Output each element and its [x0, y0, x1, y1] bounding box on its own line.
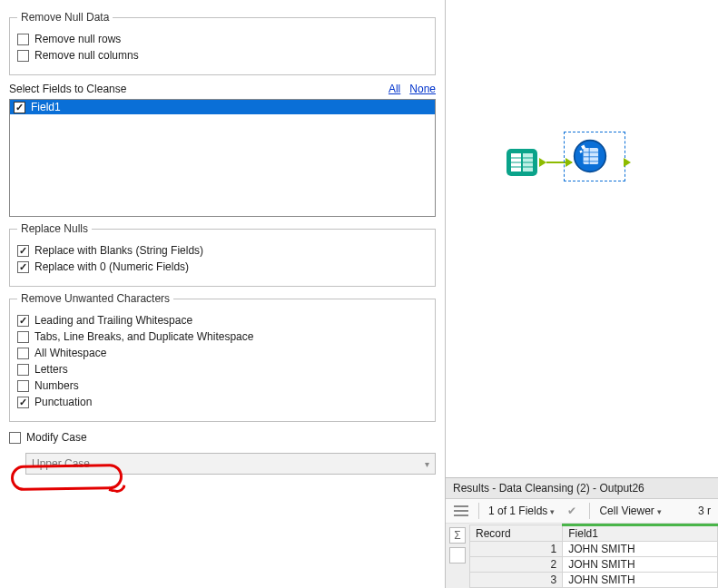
annotation-highlight-tail [108, 483, 125, 495]
punct-label: Punctuation [34, 396, 92, 408]
remove-null-cols-label: Remove null columns [34, 49, 139, 62]
svg-rect-16 [454, 510, 468, 512]
svg-rect-17 [454, 514, 468, 516]
row-selector[interactable] [449, 547, 466, 564]
results-table[interactable]: Record Field1 1 JOHN SMITH 2 JOHN SMITH [469, 524, 718, 588]
hamburger-icon[interactable] [453, 503, 469, 519]
table-row[interactable]: 2 JOHN SMITH [470, 557, 718, 573]
results-title: Results - Data Cleansing (2) - Output26 [446, 478, 718, 499]
remove-null-legend: Remove Null Data [17, 11, 113, 24]
modify-case-checkbox[interactable] [9, 432, 21, 444]
modify-case-value: Upper Case [32, 457, 90, 470]
remove-null-group: Remove Null Data Remove null rows Remove… [9, 11, 436, 75]
data-cleansing-node[interactable] [573, 139, 607, 173]
sigma-icon[interactable]: Σ [449, 527, 466, 544]
field-name: Field1 [31, 101, 61, 113]
results-gutter: Σ [446, 524, 469, 588]
results-toolbar: 1 of 1 Fields▾ ✔ Cell Viewer▾ 3 r [446, 499, 718, 524]
col-field1[interactable]: Field1 [563, 525, 718, 542]
output-port[interactable] [539, 158, 546, 167]
svg-rect-8 [584, 148, 599, 164]
dupws-label: Tabs, Line Breaks, and Duplicate Whitesp… [34, 330, 253, 343]
replace-nulls-legend: Replace Nulls [17, 222, 92, 235]
replace-zeros-label: Replace with 0 (Numeric Fields) [34, 260, 189, 273]
letters-label: Letters [34, 363, 68, 376]
select-none-link[interactable]: None [409, 83, 436, 95]
numbers-label: Numbers [34, 379, 79, 392]
trim-checkbox[interactable] [17, 315, 29, 327]
fields-summary[interactable]: 1 of 1 Fields▾ [488, 505, 555, 517]
select-fields-label: Select Fields to Cleanse [9, 83, 389, 97]
table-row[interactable]: 3 JOHN SMITH [470, 573, 718, 588]
separator [589, 503, 590, 519]
numbers-checkbox[interactable] [17, 380, 29, 392]
config-pane: Remove Null Data Remove null rows Remove… [0, 0, 446, 588]
field-checkbox[interactable] [14, 102, 25, 113]
output-port-2[interactable] [624, 158, 631, 167]
table-row[interactable]: 1 JOHN SMITH [470, 542, 718, 557]
remove-null-rows-checkbox[interactable] [17, 34, 29, 45]
allws-checkbox[interactable] [17, 348, 29, 359]
cell-viewer-toggle[interactable]: Cell Viewer▾ [599, 505, 661, 517]
trim-label: Leading and Trailing Whitespace [34, 314, 192, 327]
remove-null-rows-label: Remove null rows [34, 33, 121, 45]
replace-nulls-group: Replace Nulls Replace with Blanks (Strin… [9, 222, 436, 287]
modify-case-select[interactable]: Upper Case ▾ [25, 453, 436, 475]
replace-zeros-checkbox[interactable] [17, 261, 29, 273]
select-all-link[interactable]: All [389, 83, 400, 95]
field-row[interactable]: Field1 [10, 100, 435, 114]
modify-case-label: Modify Case [26, 431, 87, 444]
punct-checkbox[interactable] [17, 397, 29, 408]
record-count: 3 r [698, 505, 711, 517]
separator [478, 503, 479, 519]
remove-chars-legend: Remove Unwanted Characters [17, 292, 173, 305]
text-input-icon [505, 145, 539, 180]
field-list[interactable]: Field1 [9, 99, 436, 217]
col-record[interactable]: Record [470, 525, 563, 542]
letters-checkbox[interactable] [17, 364, 29, 376]
dupws-checkbox[interactable] [17, 331, 29, 343]
svg-rect-15 [454, 505, 468, 507]
chevron-down-icon: ▾ [425, 459, 429, 469]
cleansing-icon [573, 135, 607, 177]
workflow-canvas[interactable] [446, 0, 718, 477]
replace-blanks-checkbox[interactable] [17, 245, 29, 257]
remove-null-cols-checkbox[interactable] [17, 50, 29, 62]
remove-chars-group: Remove Unwanted Characters Leading and T… [9, 292, 436, 422]
replace-blanks-label: Replace with Blanks (String Fields) [34, 244, 203, 257]
allws-label: All Whitespace [34, 347, 106, 359]
text-input-node[interactable] [505, 145, 539, 180]
results-pane: Results - Data Cleansing (2) - Output26 … [446, 477, 718, 588]
check-icon[interactable]: ✔ [564, 503, 580, 519]
